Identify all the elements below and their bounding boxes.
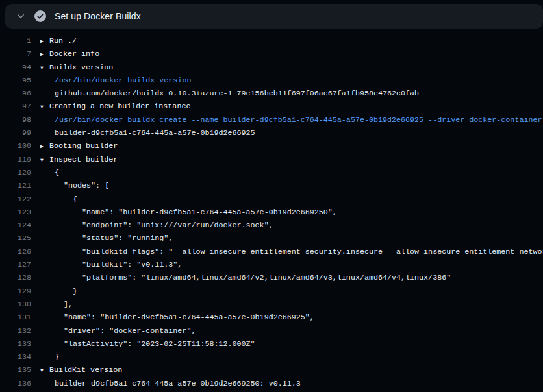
group-title[interactable]: BuildKit version xyxy=(49,363,122,376)
line-number[interactable]: 1 xyxy=(0,34,31,47)
log-line: 132 "driver": "docker-container", xyxy=(0,325,543,337)
line-number[interactable]: 128 xyxy=(0,271,31,284)
log-line: 129 } xyxy=(0,285,543,298)
log-line: 131 "name": "builder-d9cfb5a1-c764-445a-… xyxy=(0,311,543,324)
log-line: 133 "lastActivity": "2023-02-25T11:58:12… xyxy=(0,337,543,350)
triangle-right-icon[interactable]: ▶ xyxy=(40,140,48,153)
line-number[interactable]: 97 xyxy=(0,100,31,113)
line-number[interactable]: 127 xyxy=(0,258,31,271)
step-header[interactable]: Set up Docker Buildx xyxy=(5,4,543,29)
triangle-right-icon[interactable]: ▶ xyxy=(40,35,48,47)
log-line: 122 { xyxy=(0,193,543,206)
triangle-down-icon[interactable]: ▼ xyxy=(40,101,48,113)
group-title[interactable]: Run ./ xyxy=(49,34,77,47)
log-line: 95/usr/bin/docker buildx version xyxy=(0,74,543,87)
log-line: 130 ], xyxy=(0,298,543,311)
line-number[interactable]: 125 xyxy=(0,232,31,245)
log-line: 119▼Inspect builder xyxy=(0,153,543,166)
log-line: 127 "buildkit": "v0.11.3", xyxy=(0,258,543,271)
log-line: 125 "status": "running", xyxy=(0,232,543,245)
log-line: 7▶Docker info xyxy=(0,47,543,60)
output-text: { xyxy=(55,193,77,206)
line-number[interactable]: 94 xyxy=(0,61,31,74)
line-number[interactable]: 99 xyxy=(0,127,31,140)
output-text: { xyxy=(55,166,59,179)
log-line: 134} xyxy=(0,350,543,363)
log-line: 123 "name": "builder-d9cfb5a1-c764-445a-… xyxy=(0,206,543,219)
log-line: 99builder-d9cfb5a1-c764-445a-a57e-0b19d2… xyxy=(0,127,543,140)
line-number[interactable]: 122 xyxy=(0,193,31,206)
triangle-down-icon[interactable]: ▼ xyxy=(40,364,48,376)
line-number[interactable]: 100 xyxy=(0,140,31,153)
log-line: 136builder-d9cfb5a1-c764-445a-a57e-0b19d… xyxy=(0,377,543,390)
log-container: 1▶Run ./7▶Docker info94▼Buildx version95… xyxy=(0,29,543,390)
log-line: 1▶Run ./ xyxy=(0,34,543,47)
triangle-down-icon[interactable]: ▼ xyxy=(40,62,48,74)
line-number[interactable]: 132 xyxy=(0,325,31,337)
triangle-right-icon[interactable]: ▶ xyxy=(40,48,48,60)
output-text: builder-d9cfb5a1-c764-445a-a57e-0b19d2e6… xyxy=(55,127,255,140)
line-number[interactable]: 95 xyxy=(0,74,31,87)
output-text: "driver": "docker-container", xyxy=(55,325,196,337)
log-lines: 1▶Run ./7▶Docker info94▼Buildx version95… xyxy=(0,34,543,390)
line-number[interactable]: 123 xyxy=(0,206,31,219)
line-number[interactable]: 96 xyxy=(0,87,31,100)
output-text: "endpoint": "unix:///var/run/docker.sock… xyxy=(55,219,273,232)
line-number[interactable]: 133 xyxy=(0,337,31,350)
group-title[interactable]: Creating a new builder instance xyxy=(49,100,190,113)
line-number[interactable]: 136 xyxy=(0,377,31,390)
chevron-down-icon[interactable] xyxy=(16,11,26,21)
output-text: } xyxy=(55,350,59,363)
line-number[interactable]: 121 xyxy=(0,179,31,192)
line-number[interactable]: 131 xyxy=(0,311,31,324)
log-line: 96github.com/docker/buildx 0.10.3+azure-… xyxy=(0,87,543,100)
output-text: "lastActivity": "2023-02-25T11:58:12.000… xyxy=(55,337,255,350)
log-line: 121 "nodes": [ xyxy=(0,179,543,192)
output-text: } xyxy=(55,285,77,298)
log-line: 98/usr/bin/docker buildx create --name b… xyxy=(0,114,543,127)
group-title[interactable]: Docker info xyxy=(49,47,99,60)
command-text: /usr/bin/docker buildx version xyxy=(55,74,191,87)
log-line: 120{ xyxy=(0,166,543,179)
line-number[interactable]: 120 xyxy=(0,166,31,179)
line-number[interactable]: 119 xyxy=(0,153,31,166)
log-line: 94▼Buildx version xyxy=(0,61,543,74)
log-line: 128 "platforms": "linux/amd64,linux/amd6… xyxy=(0,271,543,284)
log-line: 124 "endpoint": "unix:///var/run/docker.… xyxy=(0,219,543,232)
output-text: "name": "builder-d9cfb5a1-c764-445a-a57e… xyxy=(55,311,314,324)
line-number[interactable]: 129 xyxy=(0,285,31,298)
output-text: github.com/docker/buildx 0.10.3+azure-1 … xyxy=(55,87,419,100)
line-number[interactable]: 135 xyxy=(0,363,31,376)
output-text: "status": "running", xyxy=(55,232,173,245)
output-text: "platforms": "linux/amd64,linux/amd64/v2… xyxy=(55,271,451,284)
group-title[interactable]: Booting builder xyxy=(49,140,118,153)
output-text: "nodes": [ xyxy=(55,179,109,192)
line-number[interactable]: 124 xyxy=(0,219,31,232)
output-text: "name": "builder-d9cfb5a1-c764-445a-a57e… xyxy=(55,206,337,219)
log-line: 100▶Booting builder xyxy=(0,140,543,153)
output-text: "buildkitd-flags": "--allow-insecure-ent… xyxy=(55,245,543,258)
log-line: 97▼Creating a new builder instance xyxy=(0,100,543,113)
log-line: 135▼BuildKit version xyxy=(0,363,543,376)
step-title: Set up Docker Buildx xyxy=(55,11,141,21)
line-number[interactable]: 126 xyxy=(0,245,31,258)
command-text: /usr/bin/docker buildx create --name bui… xyxy=(55,114,542,127)
group-title[interactable]: Inspect builder xyxy=(49,153,118,166)
output-text: ], xyxy=(55,298,73,311)
group-title[interactable]: Buildx version xyxy=(49,61,113,74)
line-number[interactable]: 7 xyxy=(0,47,31,60)
line-number[interactable]: 98 xyxy=(0,114,31,127)
check-circle-icon xyxy=(34,10,46,22)
line-number[interactable]: 134 xyxy=(0,350,31,363)
output-text: builder-d9cfb5a1-c764-445a-a57e-0b19d2e6… xyxy=(55,377,301,390)
triangle-down-icon[interactable]: ▼ xyxy=(40,154,48,166)
log-line: 126 "buildkitd-flags": "--allow-insecure… xyxy=(0,245,543,258)
output-text: "buildkit": "v0.11.3", xyxy=(55,258,182,271)
line-number[interactable]: 130 xyxy=(0,298,31,311)
